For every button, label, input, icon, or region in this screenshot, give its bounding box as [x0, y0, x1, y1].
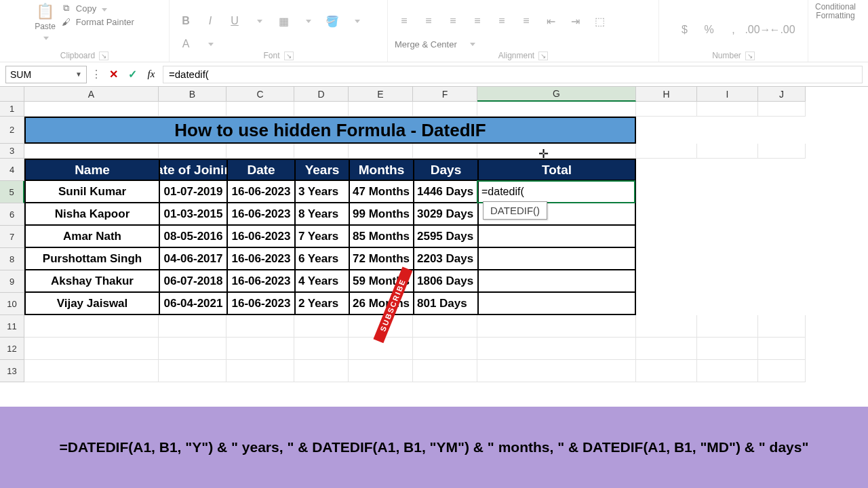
table-cell[interactable]: 4 Years	[294, 270, 349, 293]
paste-dropdown[interactable]	[42, 33, 49, 42]
cell[interactable]	[636, 360, 697, 382]
cell[interactable]	[226, 338, 294, 360]
table-cell[interactable]: Nisha Kapoor	[24, 203, 159, 226]
cell[interactable]	[226, 102, 294, 117]
table-cell[interactable]: 26 Months	[349, 293, 413, 315]
table-cell[interactable]: 06-07-2018	[159, 270, 226, 293]
row-header-9[interactable]: 9	[0, 270, 24, 293]
table-cell[interactable]: 16-06-2023	[226, 248, 294, 270]
cell[interactable]	[226, 144, 294, 159]
underline-button[interactable]: U	[225, 12, 244, 30]
cell[interactable]	[24, 360, 159, 382]
cell[interactable]	[636, 117, 697, 144]
table-cell[interactable]: 08-05-2016	[159, 226, 226, 248]
cell[interactable]	[697, 315, 758, 338]
cell[interactable]	[758, 117, 806, 144]
align-right-button[interactable]: ≡	[517, 12, 536, 30]
alignment-launcher[interactable]: ↘	[538, 52, 548, 60]
row-header-6[interactable]: 6	[0, 203, 24, 226]
cell[interactable]	[636, 159, 697, 181]
table-cell[interactable]: Akshay Thakur	[24, 270, 159, 293]
number-launcher[interactable]: ↘	[745, 52, 755, 60]
cell[interactable]	[758, 270, 806, 293]
cell[interactable]	[226, 315, 294, 338]
chevron-down-icon[interactable]: ▼	[75, 70, 82, 78]
cell[interactable]	[697, 102, 758, 117]
table-cell[interactable]: 1446 Days	[413, 181, 477, 203]
cell[interactable]	[636, 102, 697, 117]
cell[interactable]	[477, 338, 636, 360]
cell[interactable]	[413, 315, 477, 338]
cell[interactable]	[636, 203, 697, 226]
table-header[interactable]: Total	[477, 159, 636, 181]
table-cell[interactable]	[477, 248, 636, 270]
conditional-formatting-button[interactable]: Conditional Formatting	[815, 3, 856, 47]
enter-button[interactable]: ✓	[125, 67, 140, 82]
table-cell[interactable]: 01-07-2019	[159, 181, 226, 203]
cell[interactable]	[636, 181, 697, 203]
table-cell[interactable]: 47 Months	[349, 181, 413, 203]
table-cell[interactable]: 8 Years	[294, 203, 349, 226]
table-header[interactable]: Months	[349, 159, 413, 181]
cell[interactable]	[697, 248, 758, 270]
cell[interactable]	[477, 102, 636, 117]
table-cell[interactable]: 16-06-2023	[226, 270, 294, 293]
cell[interactable]	[697, 270, 758, 293]
cell[interactable]	[159, 338, 226, 360]
table-cell[interactable]: 99 Months	[349, 203, 413, 226]
align-left-button[interactable]: ≡	[468, 12, 487, 30]
row-header-10[interactable]: 10	[0, 293, 24, 315]
cell[interactable]	[477, 360, 636, 382]
cell[interactable]	[758, 360, 806, 382]
cell[interactable]	[697, 226, 758, 248]
cells-area[interactable]: How to use hidden Formula - DatedIFNameD…	[24, 102, 806, 382]
table-cell[interactable]: 6 Years	[294, 248, 349, 270]
col-header-C[interactable]: C	[226, 87, 294, 102]
cell[interactable]	[758, 226, 806, 248]
col-header-I[interactable]: I	[697, 87, 758, 102]
cell[interactable]	[758, 159, 806, 181]
cell[interactable]	[697, 203, 758, 226]
cell[interactable]	[636, 226, 697, 248]
table-cell[interactable]: 1806 Days	[413, 270, 477, 293]
table-cell[interactable]: Purshottam Singh	[24, 248, 159, 270]
cell[interactable]	[697, 117, 758, 144]
cell[interactable]	[758, 248, 806, 270]
table-cell[interactable]: 16-06-2023	[226, 203, 294, 226]
row-header-8[interactable]: 8	[0, 248, 24, 270]
font-launcher[interactable]: ↘	[284, 52, 294, 60]
align-center-button[interactable]: ≡	[492, 12, 511, 30]
cell[interactable]	[413, 102, 477, 117]
cell[interactable]	[24, 144, 159, 159]
select-all-corner[interactable]	[0, 87, 24, 102]
cell[interactable]	[413, 338, 477, 360]
cell[interactable]	[294, 315, 349, 338]
row-header-7[interactable]: 7	[0, 226, 24, 248]
cell[interactable]	[159, 144, 226, 159]
paste-button[interactable]: 📋 Paste	[35, 3, 56, 42]
cancel-button[interactable]: ✕	[106, 67, 121, 82]
table-cell[interactable]	[477, 226, 636, 248]
cell[interactable]	[697, 293, 758, 315]
copy-button[interactable]: ⧉ Copy	[61, 3, 134, 14]
cell[interactable]	[349, 360, 413, 382]
align-middle-button[interactable]: ≡	[419, 12, 438, 30]
table-header[interactable]: Days	[413, 159, 477, 181]
table-cell[interactable]: 16-06-2023	[226, 293, 294, 315]
comma-button[interactable]: ,	[724, 21, 743, 39]
fx-button[interactable]: fx	[144, 67, 159, 82]
cell[interactable]	[697, 159, 758, 181]
cell[interactable]	[413, 360, 477, 382]
table-header[interactable]: Date of Joining	[159, 159, 226, 181]
table-cell[interactable]	[477, 270, 636, 293]
cell[interactable]	[159, 360, 226, 382]
formula-input[interactable]: =datedif(	[163, 66, 863, 83]
cell[interactable]	[636, 293, 697, 315]
cell[interactable]	[477, 315, 636, 338]
clipboard-launcher[interactable]: ↘	[99, 52, 108, 60]
cell[interactable]	[636, 315, 697, 338]
col-header-A[interactable]: A	[24, 87, 159, 102]
underline-dropdown[interactable]	[250, 12, 269, 30]
cell[interactable]	[294, 144, 349, 159]
borders-button[interactable]: ▦	[274, 12, 293, 30]
